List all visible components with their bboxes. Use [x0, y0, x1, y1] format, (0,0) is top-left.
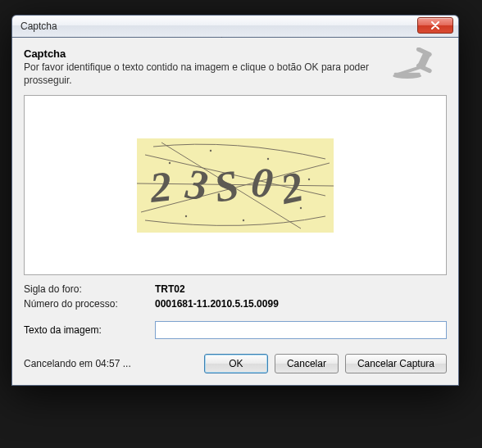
svg-text:3: 3 — [182, 160, 211, 209]
numero-value: 0001681-11.2010.5.15.0099 — [155, 298, 447, 310]
header-block: Captcha Por favor identifique o texto co… — [24, 48, 447, 87]
captcha-text-input[interactable] — [155, 321, 447, 339]
header-title: Captcha — [24, 48, 381, 60]
captcha-frame: 2 3 S 0 2 — [24, 95, 447, 275]
button-group: OK Cancelar Cancelar Captura — [204, 354, 447, 373]
svg-point-20 — [243, 219, 244, 220]
close-button[interactable] — [417, 17, 453, 34]
svg-text:S: S — [211, 161, 242, 210]
ok-button[interactable]: OK — [204, 354, 268, 373]
svg-point-17 — [267, 157, 269, 159]
close-icon — [430, 21, 440, 29]
titlebar[interactable]: Captcha — [11, 15, 459, 38]
bottom-row: Cancelando em 04:57 ... OK Cancelar Canc… — [24, 354, 447, 373]
cancel-capture-button[interactable]: Cancelar Captura — [345, 354, 447, 373]
svg-text:2: 2 — [147, 162, 174, 211]
cancel-button[interactable]: Cancelar — [275, 354, 339, 373]
svg-point-19 — [185, 215, 187, 216]
sigla-label: Sigla do foro: — [24, 283, 155, 295]
sigla-value: TRT02 — [155, 283, 447, 295]
svg-point-16 — [210, 149, 211, 151]
svg-rect-5 — [394, 73, 421, 77]
texto-label: Texto da imagem: — [24, 324, 148, 336]
input-row: Texto da imagem: — [24, 321, 447, 339]
svg-point-18 — [300, 206, 302, 208]
info-grid: Sigla do foro: TRT02 Número do processo:… — [24, 283, 447, 310]
window-body: Captcha Por favor identifique o texto co… — [11, 38, 459, 386]
svg-point-15 — [169, 161, 171, 163]
numero-label: Número do processo: — [24, 298, 155, 310]
header-description: Por favor identifique o texto contido na… — [24, 61, 381, 87]
svg-text:0: 0 — [249, 158, 275, 206]
svg-point-21 — [308, 178, 310, 179]
countdown-text: Cancelando em 04:57 ... — [24, 358, 204, 369]
dialog-window: Captcha Captcha Por favor identifique o … — [11, 15, 459, 386]
window-title: Captcha — [20, 20, 57, 32]
gavel-icon — [389, 48, 447, 80]
captcha-image: 2 3 S 0 2 — [137, 138, 334, 233]
